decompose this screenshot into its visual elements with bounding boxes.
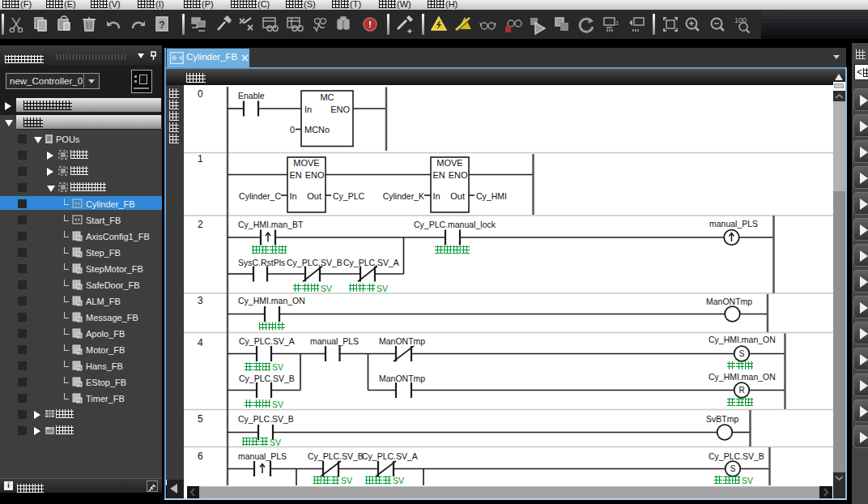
svg-text:2: 2 bbox=[77, 382, 81, 387]
svg-text:R: R bbox=[738, 386, 744, 395]
svg-text:SV: SV bbox=[393, 476, 404, 485]
svg-text:Out: Out bbox=[450, 191, 465, 201]
svg-text:Cy_PLC: Cy_PLC bbox=[333, 191, 365, 201]
svg-text:ManONTmp: ManONTmp bbox=[379, 374, 425, 383]
svg-text:EN: EN bbox=[433, 170, 445, 180]
svg-text:2: 2 bbox=[77, 398, 81, 403]
svg-text:1: 1 bbox=[615, 19, 619, 27]
svg-text:MOVE: MOVE bbox=[436, 158, 462, 168]
svg-text:5: 5 bbox=[198, 413, 203, 425]
svg-text:SvBTmp: SvBTmp bbox=[706, 414, 738, 424]
svg-text:Cylinder_K: Cylinder_K bbox=[383, 191, 424, 201]
svg-text:2: 2 bbox=[77, 252, 81, 257]
svg-text:0: 0 bbox=[290, 125, 295, 135]
svg-text:!: ! bbox=[368, 19, 372, 29]
svg-text:EN: EN bbox=[290, 170, 302, 180]
svg-text:ENO: ENO bbox=[449, 170, 468, 180]
svg-text:ENO: ENO bbox=[330, 105, 350, 114]
svg-text:manual_PLS: manual_PLS bbox=[709, 219, 758, 229]
svg-text:6: 6 bbox=[198, 451, 203, 462]
svg-text:manual_PLS: manual_PLS bbox=[310, 336, 359, 346]
svg-text:0: 0 bbox=[198, 88, 203, 100]
svg-text:SV: SV bbox=[742, 476, 753, 485]
svg-text:ENO: ENO bbox=[305, 170, 325, 180]
svg-text:2: 2 bbox=[77, 333, 81, 338]
svg-text:S: S bbox=[739, 349, 745, 358]
svg-text:2: 2 bbox=[77, 236, 81, 241]
svg-text:1: 1 bbox=[198, 153, 203, 164]
svg-text:manual_PLS: manual_PLS bbox=[238, 451, 287, 461]
svg-text:Cy_HMI.man_ON: Cy_HMI.man_ON bbox=[708, 335, 776, 344]
svg-text:Cy_PLC.SV_A: Cy_PLC.SV_A bbox=[343, 258, 399, 267]
svg-text:S: S bbox=[730, 464, 736, 473]
svg-text:SV: SV bbox=[377, 284, 388, 293]
svg-text:MOVE: MOVE bbox=[293, 158, 319, 168]
svg-text:Cylinder_C: Cylinder_C bbox=[239, 191, 281, 201]
svg-text:MCNo: MCNo bbox=[304, 125, 330, 135]
svg-text:ManONTmp: ManONTmp bbox=[379, 336, 425, 346]
svg-text:Cy_HMI.man_ON: Cy_HMI.man_ON bbox=[238, 296, 305, 305]
svg-text:2: 2 bbox=[77, 349, 81, 354]
svg-text:SV: SV bbox=[270, 438, 281, 447]
svg-text:SV: SV bbox=[321, 284, 332, 293]
svg-text:3: 3 bbox=[198, 295, 203, 306]
svg-text:Cy_PLC.SV_A: Cy_PLC.SV_A bbox=[239, 336, 295, 346]
svg-text:SV: SV bbox=[272, 399, 283, 409]
svg-text:Cy_PLC.SV_B: Cy_PLC.SV_B bbox=[287, 258, 343, 267]
svg-text:Out: Out bbox=[307, 191, 321, 201]
svg-text:2: 2 bbox=[77, 284, 81, 289]
svg-text:MC: MC bbox=[320, 92, 334, 102]
svg-text:Cy_PLC.SV_B: Cy_PLC.SV_B bbox=[238, 414, 294, 424]
svg-text:In: In bbox=[304, 105, 312, 114]
svg-text:In: In bbox=[433, 191, 440, 201]
svg-text:Cy_PLC.SV_B: Cy_PLC.SV_B bbox=[708, 451, 764, 461]
svg-text:In: In bbox=[290, 191, 297, 201]
svg-text:Cy_PLC.SV_B: Cy_PLC.SV_B bbox=[308, 451, 364, 461]
svg-text:ManONTmp: ManONTmp bbox=[706, 297, 752, 306]
svg-text:Cy_PLC.manual_lock: Cy_PLC.manual_lock bbox=[414, 220, 496, 229]
svg-text:?: ? bbox=[159, 19, 164, 31]
svg-text:Cy_HMI.man_ON: Cy_HMI.man_ON bbox=[708, 372, 776, 382]
svg-text:SV: SV bbox=[272, 362, 283, 372]
svg-text:4: 4 bbox=[198, 337, 203, 348]
svg-text:Cy_HMI.man_BT: Cy_HMI.man_BT bbox=[238, 220, 304, 229]
svg-text:2: 2 bbox=[77, 317, 81, 322]
svg-text:2: 2 bbox=[77, 268, 81, 273]
svg-text:2: 2 bbox=[198, 219, 203, 230]
svg-text:SV: SV bbox=[341, 476, 352, 485]
svg-text:2: 2 bbox=[77, 365, 81, 370]
svg-text:SysC.RstPls: SysC.RstPls bbox=[238, 258, 285, 267]
svg-text:Cy_PLC.SV_B: Cy_PLC.SV_B bbox=[239, 374, 295, 383]
svg-text:Cy_PLC.SV_A: Cy_PLC.SV_A bbox=[362, 451, 418, 461]
svg-text:Enable: Enable bbox=[238, 91, 265, 100]
svg-text:Cy_HMI: Cy_HMI bbox=[476, 191, 507, 201]
svg-text:2: 2 bbox=[77, 301, 81, 305]
